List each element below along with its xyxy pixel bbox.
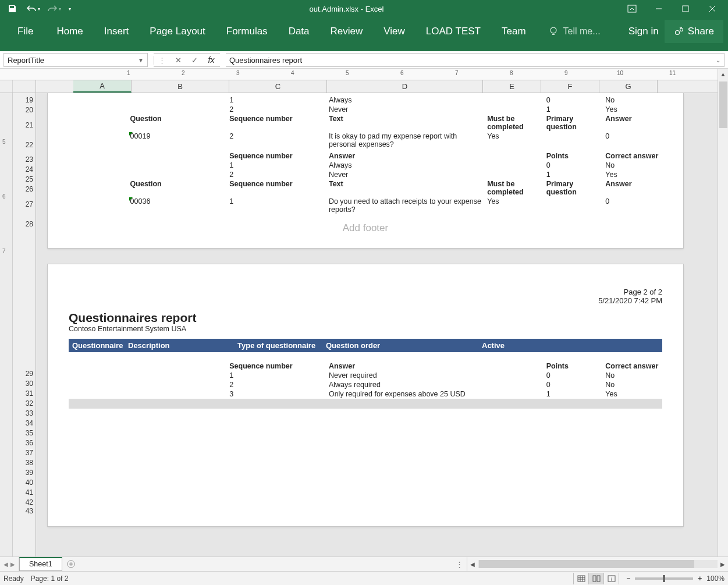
row-header[interactable]: 39	[13, 468, 35, 478]
tab-insert[interactable]: Insert	[94, 19, 140, 44]
table-row[interactable]: Question Sequence number Text Must be co…	[69, 114, 662, 132]
row-header[interactable]: 26	[13, 185, 35, 194]
row-header[interactable]: 30	[13, 379, 35, 389]
sheet-body[interactable]: 5 6 7 19 20 21 22 23 24 25 26 27 28	[0, 93, 718, 556]
row-header[interactable]: 38	[13, 458, 35, 468]
row-header[interactable]: 25	[13, 175, 35, 185]
row-header[interactable]: 29	[13, 369, 35, 379]
tab-split-handle[interactable]: ⋮	[456, 560, 463, 569]
page-layout-view-button[interactable]	[589, 573, 604, 584]
tab-team[interactable]: Team	[491, 19, 537, 44]
sheet-tab[interactable]: Sheet1	[19, 557, 62, 571]
scroll-right-icon[interactable]: ▶	[718, 561, 728, 568]
row-header[interactable]: 33	[13, 409, 35, 419]
cell-header: Correct answer	[603, 361, 662, 371]
column-header-f[interactable]: F	[541, 80, 599, 93]
share-button[interactable]: Share	[665, 20, 723, 43]
formula-input[interactable]: Questionnaires report ⌄	[226, 53, 725, 67]
zoom-out-button[interactable]: −	[626, 575, 630, 583]
enter-formula-button[interactable]: ✓	[186, 56, 203, 65]
column-header-a[interactable]: A	[73, 80, 132, 93]
column-header-d[interactable]: D	[327, 80, 483, 93]
sheet-nav[interactable]: ◀ ▶	[0, 557, 19, 571]
table-row[interactable]: 1 Always 0 No	[69, 95, 662, 105]
tab-home[interactable]: Home	[46, 19, 93, 44]
row-header[interactable]: 23	[13, 155, 35, 165]
sign-in-button[interactable]: Sign in	[623, 21, 665, 42]
tab-view[interactable]: View	[373, 19, 416, 44]
row-header[interactable]: 35	[13, 428, 35, 438]
row-header[interactable]: 31	[13, 389, 35, 399]
row-header[interactable]: 27	[13, 194, 35, 214]
zoom-slider[interactable]	[635, 577, 693, 580]
scroll-up-icon[interactable]: ▲	[720, 71, 726, 80]
expand-formula-icon[interactable]: ⌄	[716, 57, 720, 63]
tell-me-search[interactable]: Tell me...	[548, 26, 601, 37]
row-header[interactable]: 36	[13, 438, 35, 448]
maximize-button[interactable]	[672, 0, 699, 17]
row-header[interactable]: 24	[13, 165, 35, 175]
table-row[interactable]: 00019 2 It is okay to pad my expense rep…	[69, 132, 662, 149]
table-row[interactable]: Sequence number Answer Points Correct an…	[69, 361, 662, 371]
qat-customize[interactable]: ▾	[65, 1, 74, 16]
column-header-g[interactable]: G	[599, 80, 658, 93]
chevron-down-icon[interactable]: ▼	[138, 57, 144, 63]
table-row[interactable]: 00036 1 Do you need to attach receipts t…	[69, 197, 662, 214]
close-button[interactable]	[699, 0, 726, 17]
add-footer-placeholder[interactable]: Add footer	[48, 214, 683, 236]
cell: 2	[227, 380, 326, 389]
page-break-view-button[interactable]	[604, 573, 619, 584]
scroll-thumb[interactable]	[719, 81, 727, 128]
zoom-value[interactable]: 100%	[706, 575, 725, 583]
table-row[interactable]: Sequence number Answer Points Correct an…	[69, 151, 662, 161]
next-sheet-icon[interactable]: ▶	[10, 561, 15, 568]
zoom-in-button[interactable]: +	[698, 575, 702, 583]
save-button[interactable]	[2, 1, 22, 16]
row-header[interactable]: 42	[13, 498, 35, 508]
vertical-scrollbar[interactable]: ▲	[718, 69, 728, 556]
add-sheet-button[interactable]	[62, 557, 80, 571]
scroll-left-icon[interactable]: ◀	[467, 561, 478, 568]
row-headers: 5 6 7 19 20 21 22 23 24 25 26 27 28	[0, 93, 36, 556]
row-header[interactable]: 40	[13, 478, 35, 488]
normal-view-button[interactable]	[574, 573, 589, 584]
ribbon-display-options[interactable]	[619, 0, 645, 17]
tab-load-test[interactable]: LOAD TEST	[416, 19, 491, 44]
tab-review[interactable]: Review	[320, 19, 374, 44]
table-row[interactable]: 2 Never 1 Yes	[69, 170, 662, 179]
row-header[interactable]: 19	[13, 95, 35, 105]
column-header-b[interactable]: B	[132, 80, 229, 93]
file-tab[interactable]: File	[5, 19, 46, 44]
column-header-e[interactable]: E	[483, 80, 541, 93]
name-box[interactable]: ReportTitle ▼	[3, 53, 148, 67]
row-header[interactable]: 32	[13, 399, 35, 409]
row-header[interactable]: 28	[13, 214, 35, 234]
ruler-tick: 9	[564, 70, 568, 76]
row-header[interactable]: 20	[13, 105, 35, 115]
column-header-c[interactable]: C	[229, 80, 327, 93]
formula-menu[interactable]: ⋮	[154, 56, 170, 65]
fx-label[interactable]: fx	[203, 55, 220, 65]
table-row[interactable]: 1 Never required 0 No	[69, 371, 662, 380]
row-header[interactable]: 34	[13, 419, 35, 428]
tab-formulas[interactable]: Formulas	[216, 19, 278, 44]
scroll-thumb[interactable]	[479, 560, 694, 568]
table-row[interactable]: 2 Always required 0 No	[69, 380, 662, 389]
row-header[interactable]: 37	[13, 448, 35, 458]
redo-button[interactable]: ▾	[44, 1, 64, 16]
table-row[interactable]: Question Sequence number Text Must be co…	[69, 179, 662, 197]
row-header[interactable]: 22	[13, 135, 35, 155]
horizontal-scrollbar[interactable]: ◀ ▶	[467, 557, 728, 571]
table-row[interactable]: 2 Never 1 Yes	[69, 105, 662, 114]
minimize-button[interactable]	[645, 0, 672, 17]
row-header[interactable]: 41	[13, 488, 35, 498]
table-row[interactable]: 3 Only required for expenses above 25 US…	[69, 389, 662, 399]
row-header[interactable]: 21	[13, 115, 35, 135]
prev-sheet-icon[interactable]: ◀	[3, 561, 8, 568]
row-header[interactable]: 43	[13, 508, 35, 515]
undo-button[interactable]: ▾	[23, 1, 43, 16]
tab-page-layout[interactable]: Page Layout	[139, 19, 215, 44]
tab-data[interactable]: Data	[278, 19, 320, 44]
table-row[interactable]: 1 Always 0 No	[69, 161, 662, 170]
cancel-formula-button[interactable]: ✕	[170, 56, 186, 65]
